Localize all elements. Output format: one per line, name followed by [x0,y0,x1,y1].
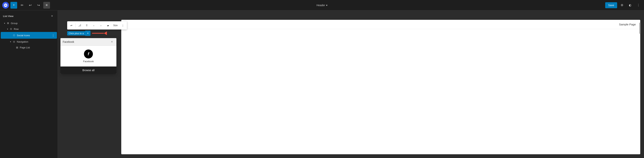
align-button[interactable]: ▰ [105,22,112,29]
sidebar-item-navigation[interactable]: ▾ ◎ Navigation [1,39,57,45]
sidebar-item-label: Row [14,28,56,31]
group-icon: ⊞ [6,22,10,25]
redo-button[interactable]: ↪ [35,2,42,9]
dropdown-search-bar: Facebook × [60,38,116,46]
page-content: Sample Page [121,20,640,154]
click-plus-annotation: Click plus to a + [67,31,107,36]
chevron-icon: ▾ [9,40,12,43]
arrow-indicator [92,31,107,36]
chevron-down-icon: ▾ [326,4,328,7]
align-icon: ▰ [107,24,109,27]
drag-button[interactable]: ⠿ [84,22,90,29]
dropdown-search-text[interactable]: Facebook [63,40,110,43]
document-title: Header [316,4,325,7]
list-view-button[interactable]: ≡ [43,2,50,9]
click-plus-text: Click plus to a [67,31,85,36]
document-title-area[interactable]: Header ▾ [316,4,328,7]
transform-icon: ⇌ [70,24,72,27]
sidebar: List View × ▾ ⊞ Group ▾ ⊡ Row ⬡ Social I… [0,11,58,158]
svg-text:W: W [4,4,6,6]
dropdown-content: f Facebook [60,46,116,67]
ellipsis-icon: ⋮ [637,3,640,7]
drag-icon: ⠿ [86,24,88,27]
arrow-head [104,31,107,35]
top-bar: W + ✏ ↩ ↪ ≡ Header ▾ Save ⚙ ◐ ⋮ [0,0,644,11]
sidebar-item-label: Page List [20,46,56,49]
transform-button[interactable]: ⇌ [68,22,74,29]
size-button[interactable]: Size [112,22,119,29]
canvas-area: Sample Page ⇌ ⎇ ⠿ ‹ › [58,11,644,158]
scroll-indicator[interactable] [640,21,641,153]
sample-page-link[interactable]: Sample Page [619,23,636,26]
row-icon: ⊡ [9,27,13,31]
chevron-icon: ▾ [6,28,9,31]
block-toolbar: ⇌ ⎇ ⠿ ‹ › ▰ Size ⋮ [67,21,127,30]
wp-logo[interactable]: W [2,2,9,9]
scroll-thumb [640,23,641,34]
save-button[interactable]: Save [605,2,617,8]
wp-logo-icon: W [4,3,8,7]
facebook-label[interactable]: Facebook [83,60,94,63]
undo-icon: ↩ [29,3,32,7]
facebook-letter: f [88,52,89,56]
sidebar-close-button[interactable]: × [50,14,55,19]
browse-all-button[interactable]: Browse all [60,67,116,74]
list-icon: ≡ [46,3,48,7]
main-area: List View × ▾ ⊞ Group ▾ ⊡ Row ⬡ Social I… [0,11,644,158]
add-block-button[interactable]: + [10,2,17,9]
sidebar-header: List View × [0,11,58,20]
redo-icon: ↪ [37,3,40,7]
chevron-icon: ▾ [3,22,6,25]
settings-button[interactable]: ⚙ [619,2,625,9]
dropdown-panel: Facebook × f Facebook Browse all [60,38,116,74]
share-icon: ⎇ [78,24,81,27]
toolbar-divider [75,23,76,28]
contrast-button[interactable]: ◐ [627,2,634,9]
size-label: Size [113,24,118,27]
undo-button[interactable]: ↩ [27,2,34,9]
page-header-bar: Sample Page [121,20,640,29]
arrow-right-icon: › [100,24,101,27]
navigation-icon: ◎ [12,40,16,43]
move-left-button[interactable]: ‹ [90,22,97,29]
contrast-icon: ◐ [629,3,632,7]
gear-icon: ⚙ [621,3,623,7]
sidebar-item-label: Navigation [17,40,56,43]
arrow-line [92,33,104,34]
sidebar-item-row[interactable]: ▾ ⊡ Row [1,26,57,32]
top-bar-right: Save ⚙ ◐ ⋮ [605,2,642,9]
plus-button-indicator: + [85,31,90,36]
sidebar-item-label: Group [11,22,56,25]
sidebar-item-social-icons[interactable]: ⬡ Social Icons ⋮ [1,32,57,39]
sidebar-item-label: Social Icons [17,34,51,37]
sidebar-item-group[interactable]: ▾ ⊞ Group [1,20,57,26]
dropdown-close-button[interactable]: × [110,40,114,44]
sidebar-title: List View [3,15,14,18]
more-block-options-button[interactable]: ⋮ [120,22,126,29]
page-list-icon: ▤ [15,46,19,49]
sidebar-item-page-list[interactable]: ▤ Page List [1,45,57,50]
social-icons-icon: ⬡ [12,34,16,37]
more-options-button[interactable]: ⋮ [635,2,642,9]
arrow-left-icon: ‹ [94,24,94,27]
share-button[interactable]: ⎇ [76,22,83,29]
item-more-icon[interactable]: ⋮ [51,33,56,38]
tools-button[interactable]: ✏ [19,2,25,9]
facebook-icon: f [84,50,93,58]
pencil-icon: ✏ [21,3,24,7]
more-icon: ⋮ [122,24,124,27]
move-right-button[interactable]: › [98,22,104,29]
plus-icon: + [13,3,15,7]
tree-view: ▾ ⊞ Group ▾ ⊡ Row ⬡ Social Icons ⋮ ▾ ◎ N… [0,20,58,50]
